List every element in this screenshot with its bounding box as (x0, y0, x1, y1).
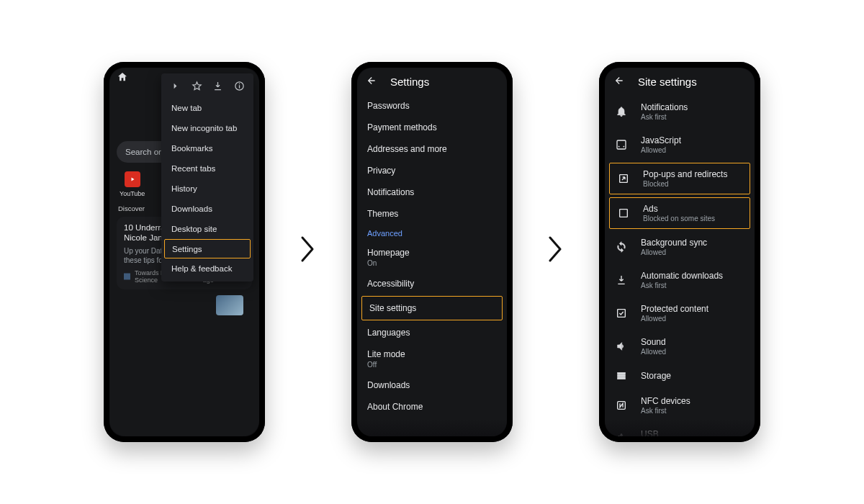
list-item-label: Lite mode (367, 349, 405, 359)
list-item-sublabel: Ask first (641, 407, 690, 415)
site-setting-storage[interactable]: Storage (605, 363, 755, 389)
list-item-label: Payment methods (367, 122, 437, 132)
settings-item-payment-methods[interactable]: Payment methods (357, 117, 507, 138)
nfc-icon (615, 400, 628, 411)
discover-card-thumbnail (216, 295, 243, 315)
list-item-label: Passwords (367, 101, 410, 111)
list-item-label: Notifications (641, 102, 688, 112)
list-item-label: Privacy (367, 166, 395, 176)
site-setting-pop-ups-and-redirects[interactable]: Pop-ups and redirectsBlocked (609, 163, 750, 194)
svg-rect-11 (618, 377, 626, 379)
list-item-sublabel: Blocked on some sites (643, 215, 715, 222)
list-item-label: Themes (367, 209, 398, 219)
settings-item-accessibility[interactable]: Accessibility (357, 273, 507, 294)
tutorial-three-phones: G Search or type w YouTube Fac Discover (0, 0, 864, 504)
star-icon[interactable] (192, 81, 202, 94)
youtube-icon (125, 171, 140, 187)
dl-icon (615, 274, 628, 286)
list-item-sublabel: Allowed (641, 248, 707, 256)
site-setting-notifications[interactable]: NotificationsAsk first (605, 95, 755, 128)
site-setting-protected-content[interactable]: Protected contentAllowed (605, 297, 755, 330)
list-item-label: Notifications (367, 187, 414, 197)
menu-item-help-feedback[interactable]: Help & feedback (161, 258, 253, 279)
menu-item-new-tab[interactable]: New tab (161, 98, 253, 118)
phone-chrome-settings: Settings PasswordsPayment methodsAddress… (351, 62, 513, 442)
phone-chrome-ntp: G Search or type w YouTube Fac Discover (104, 62, 265, 442)
list-item-sublabel: On (367, 259, 497, 267)
settings-item-passwords[interactable]: Passwords (357, 95, 507, 117)
list-item-label: NFC devices (641, 396, 690, 406)
list-item-sublabel: Allowed (641, 146, 681, 154)
svg-rect-0 (124, 273, 130, 279)
menu-item-bookmarks[interactable]: Bookmarks (161, 138, 253, 158)
shortcut-youtube[interactable]: YouTube (120, 171, 145, 197)
list-item-label: JavaScript (641, 135, 681, 145)
list-item-label: About Chrome (367, 402, 423, 412)
list-item-sublabel: Blocked (643, 180, 727, 188)
sync-icon (615, 241, 628, 253)
back-icon[interactable] (613, 75, 625, 89)
phone-site-settings: Site settings NotificationsAsk firstJava… (599, 62, 760, 442)
overflow-menu: New tabNew incognito tabBookmarksRecent … (161, 73, 253, 282)
step-arrow-icon (546, 235, 566, 270)
step-arrow-icon (298, 235, 318, 270)
list-item-sublabel: Allowed (641, 348, 666, 356)
svg-rect-3 (239, 85, 240, 88)
download-icon[interactable] (212, 81, 223, 94)
site-setting-javascript[interactable]: JavaScriptAllowed (605, 128, 755, 161)
settings-item-languages[interactable]: Languages (357, 322, 507, 343)
settings-item-privacy[interactable]: Privacy (357, 160, 507, 181)
settings-item-site-settings[interactable]: Site settings (361, 296, 503, 320)
protect-icon (615, 307, 628, 319)
site-setting-nfc-devices[interactable]: NFC devicesAsk first (605, 389, 755, 422)
menu-item-new-incognito-tab[interactable]: New incognito tab (161, 118, 253, 138)
settings-item-addresses-and-more[interactable]: Addresses and more (357, 138, 507, 160)
list-item-label: Site settings (369, 303, 416, 313)
bell-icon (615, 106, 628, 117)
popup-icon (617, 173, 630, 184)
svg-rect-7 (620, 210, 628, 217)
appbar: Site settings (605, 68, 755, 95)
list-item-sublabel: Allowed (641, 315, 708, 323)
ads-icon (617, 207, 630, 219)
js-icon (615, 139, 628, 150)
settings-item-notifications[interactable]: Notifications (357, 181, 507, 203)
svg-rect-8 (618, 310, 626, 318)
list-item-sublabel: Off (367, 361, 497, 369)
list-item-label: Addresses and more (367, 144, 447, 154)
menu-item-downloads[interactable]: Downloads (161, 199, 253, 219)
svg-rect-5 (617, 140, 626, 149)
menu-item-settings[interactable]: Settings (164, 239, 251, 258)
info-icon[interactable] (234, 81, 245, 94)
forward-icon[interactable] (170, 81, 181, 94)
menu-item-history[interactable]: History (161, 179, 253, 199)
svg-rect-9 (618, 372, 626, 374)
list-item-sublabel: Ask first (641, 282, 723, 289)
menu-item-recent-tabs[interactable]: Recent tabs (161, 158, 253, 179)
settings-item-about-chrome[interactable]: About Chrome (357, 396, 507, 418)
appbar: Settings (357, 68, 507, 95)
settings-item-homepage[interactable]: HomepageOn (357, 242, 507, 273)
list-item-label: Sound (641, 337, 666, 347)
settings-item-themes[interactable]: Themes (357, 203, 507, 225)
site-setting-sound[interactable]: SoundAllowed (605, 330, 755, 363)
menu-item-desktop-site[interactable]: Desktop site (161, 219, 253, 239)
site-setting-ads[interactable]: AdsBlocked on some sites (609, 197, 750, 229)
settings-item-lite-mode[interactable]: Lite modeOff (357, 343, 507, 374)
shortcut-label: YouTube (120, 190, 145, 197)
site-setting-automatic-downloads[interactable]: Automatic downloadsAsk first (605, 264, 755, 297)
list-item-label: Protected content (641, 304, 708, 314)
home-icon[interactable] (117, 71, 128, 85)
settings-item-downloads[interactable]: Downloads (357, 374, 507, 396)
svg-rect-10 (618, 375, 626, 377)
list-item-label: Downloads (367, 380, 410, 390)
list-item-label: Ads (643, 204, 715, 214)
list-item-label: Homepage (367, 248, 410, 258)
list-item-label: Languages (367, 328, 410, 338)
site-setting-background-sync[interactable]: Background syncAllowed (605, 230, 755, 264)
list-item-label: Storage (641, 371, 671, 381)
list-item-label: Accessibility (367, 279, 414, 289)
back-icon[interactable] (366, 75, 377, 89)
list-item-label: Advanced (367, 229, 402, 238)
storage-icon (615, 370, 628, 382)
